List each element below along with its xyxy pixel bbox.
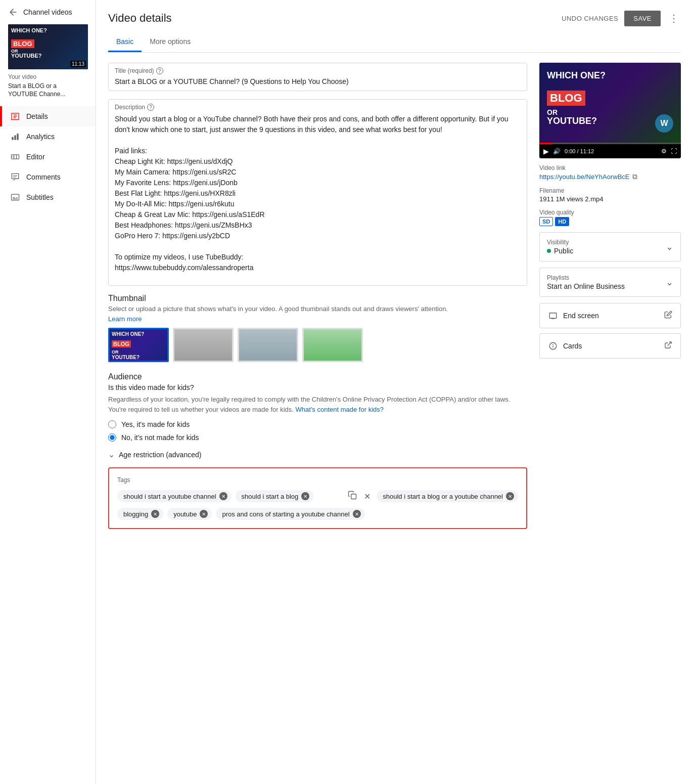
tag-text-1: should i start a blog xyxy=(242,493,299,500)
title-label: Title (required) xyxy=(115,67,154,74)
sidebar-item-comments[interactable]: Comments xyxy=(0,167,96,187)
tag-remove-5[interactable]: ✕ xyxy=(353,510,361,518)
svg-rect-1 xyxy=(14,136,16,140)
sidebar-item-editor-label: Editor xyxy=(26,153,45,161)
playlists-chevron-icon: ⌄ xyxy=(666,277,673,288)
left-panel: Title (required) ? Description ? Thumbna… xyxy=(108,63,527,774)
audience-description: Regardless of your location, you're lega… xyxy=(108,395,527,414)
tab-more-options[interactable]: More options xyxy=(142,32,199,52)
thumbnail-item-1[interactable] xyxy=(173,328,234,362)
visibility-label: Visibility xyxy=(547,239,666,246)
cards-row[interactable]: Cards xyxy=(539,333,681,359)
thumbnail-img-3 xyxy=(304,329,361,361)
external-link-icon xyxy=(664,341,672,349)
thumbnail-item-2[interactable] xyxy=(238,328,298,362)
filename-label: Filename xyxy=(539,187,681,194)
sidebar-item-subtitles-label: Subtitles xyxy=(26,193,54,201)
content-area: Title (required) ? Description ? Thumbna… xyxy=(96,53,693,784)
visibility-dropdown[interactable]: Visibility Public ⌄ xyxy=(539,232,681,262)
header-actions: UNDO CHANGES SAVE ⋮ xyxy=(562,10,681,26)
audience-link[interactable]: What's content made for kids? xyxy=(296,406,384,413)
tab-basic[interactable]: Basic xyxy=(108,32,142,52)
sidebar-video-title: Start a BLOG or a YOUTUBE Channe... xyxy=(0,82,96,102)
sidebar-duration: 11:13 xyxy=(70,61,86,67)
tags-copy-button[interactable] xyxy=(346,489,359,504)
thumbnail-subtitle: Select or upload a picture that shows wh… xyxy=(108,305,527,313)
editor-icon xyxy=(10,152,20,162)
cards-edit-button[interactable] xyxy=(664,341,672,351)
your-video-label: Your video xyxy=(0,73,96,82)
title-field: Title (required) ? xyxy=(108,63,527,91)
radio-yes[interactable] xyxy=(108,420,116,428)
tags-clear-button[interactable]: ✕ xyxy=(362,489,373,504)
tag-text-4: youtube xyxy=(173,510,197,518)
video-controls: ▶ 🔊 0:00 / 11:12 ⚙ ⛶ xyxy=(539,144,681,158)
save-button[interactable]: SAVE xyxy=(624,11,661,26)
tag-remove-3[interactable]: ✕ xyxy=(151,510,159,518)
sidebar-item-details[interactable]: Details xyxy=(0,106,96,126)
video-link[interactable]: https://youtu.be/NeYhAorwBcE xyxy=(539,173,629,181)
svg-rect-13 xyxy=(351,494,356,499)
tag-remove-4[interactable]: ✕ xyxy=(200,510,208,518)
back-label: Channel videos xyxy=(23,8,72,16)
analytics-icon xyxy=(10,132,20,142)
visibility-chevron-icon: ⌄ xyxy=(666,241,673,252)
sidebar-item-analytics[interactable]: Analytics xyxy=(0,126,96,147)
sidebar-item-editor[interactable]: Editor xyxy=(0,147,96,167)
description-help-icon[interactable]: ? xyxy=(147,104,154,111)
svg-rect-9 xyxy=(12,194,19,200)
playlists-dropdown[interactable]: Playlists Start an Online Business ⌄ xyxy=(539,268,681,297)
tag-remove-0[interactable]: ✕ xyxy=(219,492,227,500)
tags-action-buttons: ✕ xyxy=(346,489,373,504)
sidebar-item-subtitles[interactable]: Subtitles xyxy=(0,187,96,207)
svg-line-20 xyxy=(668,342,671,345)
thumbnail-img-2 xyxy=(239,329,297,361)
tag-remove-2[interactable]: ✕ xyxy=(506,492,514,500)
sidebar-thumbnail: WHICH ONE? BLOG OR YOUTUBE? 11:13 xyxy=(8,24,88,69)
public-indicator xyxy=(547,249,551,253)
copy-link-icon[interactable]: ⧉ xyxy=(632,172,637,181)
cards-icon xyxy=(548,341,558,351)
quality-badges: SD HD xyxy=(539,217,681,226)
audience-title: Audience xyxy=(108,372,527,381)
copy-icon xyxy=(348,491,357,500)
sidebar-item-comments-label: Comments xyxy=(26,173,61,181)
tags-section: Tags should i start a youtube channel ✕ … xyxy=(108,467,527,529)
description-field: Description ? xyxy=(108,99,527,286)
preview-thumbnail: WHICH ONE? BLOG OR YOUTUBE? W xyxy=(539,63,681,143)
age-restriction[interactable]: ⌄ Age restriction (advanced) xyxy=(108,450,527,459)
title-input[interactable] xyxy=(109,75,527,91)
tag-chip-3: blogging ✕ xyxy=(117,508,163,520)
thumbnail-item-0[interactable]: WHICH ONE? BLOG OR YOUTUBE? xyxy=(108,328,169,362)
cards-label: Cards xyxy=(563,342,582,350)
end-screen-edit-button[interactable] xyxy=(664,311,672,321)
play-button[interactable]: ▶ xyxy=(543,147,549,155)
quality-label: Video quality xyxy=(539,209,681,216)
description-input[interactable] xyxy=(109,112,527,284)
sidebar-item-details-label: Details xyxy=(26,112,48,120)
thumbnail-item-3[interactable] xyxy=(302,328,363,362)
radio-no[interactable] xyxy=(108,433,116,442)
tag-chip-2: should i start a blog or a youtube chann… xyxy=(377,490,518,502)
undo-button[interactable]: UNDO CHANGES xyxy=(562,15,618,22)
thumbnail-learn-more[interactable]: Learn more xyxy=(108,315,142,323)
more-options-button[interactable]: ⋮ xyxy=(667,10,681,26)
back-icon xyxy=(8,7,18,17)
option-yes[interactable]: Yes, it's made for kids xyxy=(108,420,527,428)
back-button[interactable]: Channel videos xyxy=(0,0,96,24)
tag-remove-1[interactable]: ✕ xyxy=(301,492,309,500)
right-panel: WHICH ONE? BLOG OR YOUTUBE? W ▶ 🔊 0:00 /… xyxy=(539,63,681,774)
time-display: 0:00 / 11:12 xyxy=(565,148,657,154)
end-screen-row[interactable]: End screen xyxy=(539,303,681,328)
filename-row: Filename 1911 1M views 2.mp4 xyxy=(539,187,681,203)
tag-chip-0: should i start a youtube channel ✕ xyxy=(117,490,232,502)
title-help-icon[interactable]: ? xyxy=(156,67,163,74)
chevron-down-icon: ⌄ xyxy=(108,450,115,459)
sidebar-nav: Details Analytics Editor xyxy=(0,106,96,207)
tag-chip-5: pros and cons of starting a youtube chan… xyxy=(216,508,364,520)
fullscreen-button[interactable]: ⛶ xyxy=(671,148,677,155)
settings-button[interactable]: ⚙ xyxy=(661,148,667,155)
quality-hd: HD xyxy=(555,217,569,226)
option-no[interactable]: No, it's not made for kids xyxy=(108,433,527,442)
volume-button[interactable]: 🔊 xyxy=(553,148,561,155)
